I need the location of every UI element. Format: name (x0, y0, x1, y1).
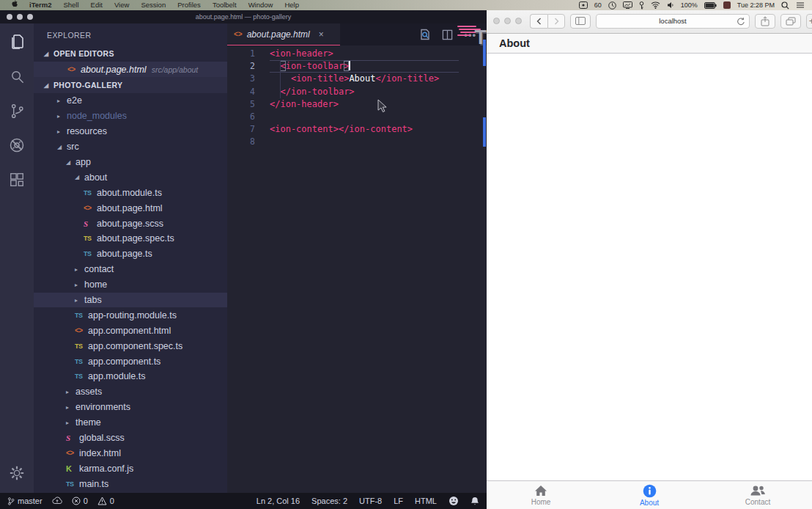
close-window-button[interactable] (493, 18, 500, 24)
forward-button[interactable] (547, 14, 565, 29)
tab-contact[interactable]: Contact (704, 481, 812, 509)
tree-item-home[interactable]: ▸home (34, 277, 227, 293)
tree-item-app-routing.module.ts[interactable]: TSapp-routing.module.ts (34, 307, 227, 323)
code-line-1[interactable]: 1<ion-header> (227, 48, 487, 60)
tab-about[interactable]: About (595, 481, 704, 509)
menu-help[interactable]: Help (278, 0, 305, 10)
code-line-5[interactable]: 5</ion-header> (227, 98, 487, 111)
tree-item-assets[interactable]: ▸assets (34, 384, 227, 400)
code-line-6[interactable]: 6 (227, 111, 487, 123)
open-editors-section[interactable]: ◢ OPEN EDITORS (34, 45, 227, 62)
tab-overview-button[interactable] (780, 14, 801, 29)
tree-item-about.module.ts[interactable]: TSabout.module.ts (34, 185, 227, 200)
warning-count[interactable]: 0 (97, 497, 114, 505)
open-preview-icon[interactable] (419, 29, 431, 40)
eol-setting[interactable]: LF (394, 497, 403, 505)
menu-shell[interactable]: Shell (57, 0, 84, 10)
code-line-7[interactable]: 7<ion-content></ion-content> (227, 123, 487, 136)
tree-item-tabs[interactable]: ▸tabs (34, 293, 227, 308)
tree-item-app[interactable]: ◢app (34, 155, 227, 170)
tree-item-resources[interactable]: ▸resources (34, 124, 227, 139)
extensions-icon[interactable] (7, 170, 26, 189)
notifications-bell-icon[interactable] (470, 497, 479, 506)
error-count[interactable]: 0 (72, 497, 88, 505)
tree-item-e2e[interactable]: ▸e2e (34, 93, 227, 109)
apple-menu-icon[interactable] (5, 0, 23, 11)
open-editor-item[interactable]: <> about.page.html src/app/about (34, 62, 227, 77)
menu-view[interactable]: View (108, 0, 135, 10)
close-tab-icon[interactable]: × (319, 29, 324, 40)
clock-icon[interactable] (608, 1, 616, 10)
code-line-3[interactable]: 3 <ion-title>About</ion-title> (227, 73, 487, 85)
tree-item-app.module.ts[interactable]: TSapp.module.ts (34, 369, 227, 384)
key-icon[interactable] (639, 1, 644, 10)
git-branch-indicator[interactable]: master (7, 497, 43, 506)
explorer-icon[interactable] (7, 32, 26, 51)
menu-profiles[interactable]: Profiles (171, 0, 207, 10)
tree-item-about.page.html[interactable]: <>about.page.html (34, 200, 227, 216)
tree-item-app.component.spec.ts[interactable]: TSapp.component.spec.ts (34, 338, 227, 354)
tree-item-app.component.ts[interactable]: TSapp.component.ts (34, 354, 227, 369)
close-window-button[interactable] (7, 14, 12, 20)
share-button[interactable] (755, 14, 775, 29)
indentation-setting[interactable]: Spaces: 2 (311, 497, 347, 505)
safari-traffic-lights[interactable] (493, 18, 522, 24)
debug-icon[interactable] (7, 136, 26, 155)
search-icon[interactable] (7, 67, 26, 86)
menubar-clock[interactable]: Tue 2:28 PM (737, 1, 775, 9)
code-line-2[interactable]: 2 <ion-toolbar> (227, 60, 487, 73)
source-control-icon[interactable] (7, 101, 26, 120)
zoom-window-button[interactable] (27, 14, 33, 20)
tree-item-environments[interactable]: ▸environments (34, 400, 227, 415)
tree-item-src[interactable]: ◢src (34, 139, 227, 155)
sync-changes-button[interactable] (52, 497, 62, 505)
tree-item-main.ts[interactable]: TSmain.ts (34, 476, 227, 491)
menu-session[interactable]: Session (135, 0, 171, 10)
vscode-titlebar[interactable]: about.page.html — photo-gallery (0, 10, 487, 23)
wifi-icon[interactable] (651, 1, 660, 9)
fps-indicator[interactable]: 60 (594, 1, 602, 9)
tree-item-about[interactable]: ◢about (34, 169, 227, 185)
zoom-window-button[interactable] (515, 18, 522, 24)
menu-window[interactable]: Window (243, 0, 279, 10)
display-icon[interactable] (623, 1, 632, 9)
vscode-traffic-lights[interactable] (7, 14, 33, 20)
minimize-window-button[interactable] (504, 18, 511, 24)
tree-item-about.page.scss[interactable]: Sabout.page.scss (34, 216, 227, 231)
reload-icon[interactable] (737, 17, 745, 28)
volume-icon[interactable] (667, 1, 674, 9)
code-line-8[interactable]: 8 (227, 136, 487, 148)
notification-center-icon[interactable] (796, 1, 805, 9)
editor-tab-about-page-html[interactable]: <> about.page.html × (227, 23, 340, 45)
new-tab-button[interactable]: + (806, 14, 812, 29)
tree-item-contact[interactable]: ▸contact (34, 262, 227, 277)
feedback-smiley-icon[interactable] (449, 496, 459, 506)
app-status-icon[interactable] (723, 1, 731, 9)
menu-edit[interactable]: Edit (85, 0, 108, 10)
split-editor-icon[interactable] (442, 29, 453, 40)
back-button[interactable] (530, 14, 547, 29)
tab-home[interactable]: Home (487, 481, 595, 509)
minimize-window-button[interactable] (17, 14, 23, 20)
menu-toolbelt[interactable]: Toolbelt (207, 0, 243, 10)
tree-item-about.page.spec.ts[interactable]: TSabout.page.spec.ts (34, 231, 227, 246)
project-section[interactable]: ◢ PHOTO-GALLERY (34, 77, 227, 93)
tree-item-app.component.html[interactable]: <>app.component.html (34, 323, 227, 338)
encoding-setting[interactable]: UTF-8 (359, 497, 382, 505)
language-mode[interactable]: HTML (415, 497, 437, 505)
screen-record-icon[interactable] (579, 1, 588, 9)
tree-item-node_modules[interactable]: ▸node_modules (34, 109, 227, 124)
tree-item-about.page.ts[interactable]: TSabout.page.ts (34, 246, 227, 262)
battery-percent[interactable]: 100% (681, 1, 698, 9)
menu-app-name[interactable]: iTerm2 (23, 0, 57, 10)
settings-gear-icon[interactable] (7, 464, 26, 483)
code-area[interactable]: 1<ion-header>2 <ion-toolbar>3 <ion-title… (227, 45, 487, 493)
tree-item-index.html[interactable]: <>index.html (34, 445, 227, 461)
tree-item-global.scss[interactable]: Sglobal.scss (34, 431, 227, 446)
code-line-4[interactable]: 4 </ion-toolbar> (227, 86, 487, 98)
battery-icon[interactable] (704, 2, 717, 9)
url-field[interactable]: localhost (596, 14, 750, 29)
tree-item-theme[interactable]: ▸theme (34, 415, 227, 431)
spotlight-icon[interactable] (781, 1, 789, 10)
tree-item-karma.conf.js[interactable]: Kkarma.conf.js (34, 461, 227, 476)
